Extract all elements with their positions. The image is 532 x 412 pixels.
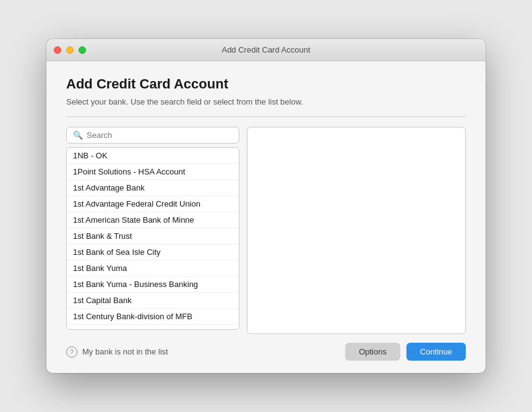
- bank-list-item[interactable]: 1st American State Bank of Minne: [67, 212, 239, 228]
- page-title: Add Credit Card Account: [66, 76, 466, 92]
- not-in-list-area: ? My bank is not in the list: [66, 346, 339, 358]
- bank-list-item[interactable]: 1st Bank Yuma: [67, 260, 239, 277]
- bank-list-item[interactable]: 1st Choice Credit Union Atlanta GA: [67, 325, 239, 330]
- traffic-lights: [54, 46, 86, 54]
- window-title: Add Credit Card Account: [221, 45, 310, 54]
- content-area: Add Credit Card Account Select your bank…: [46, 61, 486, 373]
- not-in-list-text: My bank is not in the list: [82, 347, 168, 356]
- left-panel: 🔍 1NB - OK1Point Solutions - HSA Account…: [66, 127, 239, 334]
- maximize-button[interactable]: [79, 46, 86, 54]
- bank-list-item[interactable]: 1st Bank Yuma - Business Banking: [67, 277, 239, 293]
- footer: ? My bank is not in the list Options Con…: [66, 334, 466, 361]
- bank-list-item[interactable]: 1st Century Bank-division of MFB: [67, 309, 239, 325]
- right-panel: [247, 127, 466, 334]
- options-button[interactable]: Options: [345, 343, 400, 361]
- search-input[interactable]: [87, 131, 233, 140]
- title-bar: Add Credit Card Account: [46, 39, 486, 61]
- bank-list-item[interactable]: 1st Bank & Trust: [67, 228, 239, 244]
- close-button[interactable]: [54, 46, 61, 54]
- minimize-button[interactable]: [66, 46, 74, 54]
- main-area: 🔍 1NB - OK1Point Solutions - HSA Account…: [66, 127, 466, 334]
- main-window: Add Credit Card Account Add Credit Card …: [46, 39, 486, 373]
- bank-list-item[interactable]: 1Point Solutions - HSA Account: [67, 164, 239, 180]
- divider: [66, 116, 466, 117]
- search-box: 🔍: [66, 127, 239, 144]
- bank-list-item[interactable]: 1st Advantage Federal Credit Union: [67, 196, 239, 212]
- bank-list-item[interactable]: 1st Advantage Bank: [67, 180, 239, 196]
- bank-list-item[interactable]: 1st Bank of Sea Isle City: [67, 244, 239, 260]
- bank-list-item[interactable]: 1NB - OK: [67, 148, 239, 164]
- bank-list[interactable]: 1NB - OK1Point Solutions - HSA Account1s…: [66, 147, 239, 330]
- bank-list-item[interactable]: 1st Capital Bank: [67, 293, 239, 309]
- continue-button[interactable]: Continue: [406, 343, 466, 361]
- search-icon: 🔍: [73, 131, 83, 140]
- help-icon[interactable]: ?: [66, 346, 77, 358]
- page-subtitle: Select your bank. Use the search field o…: [66, 97, 466, 106]
